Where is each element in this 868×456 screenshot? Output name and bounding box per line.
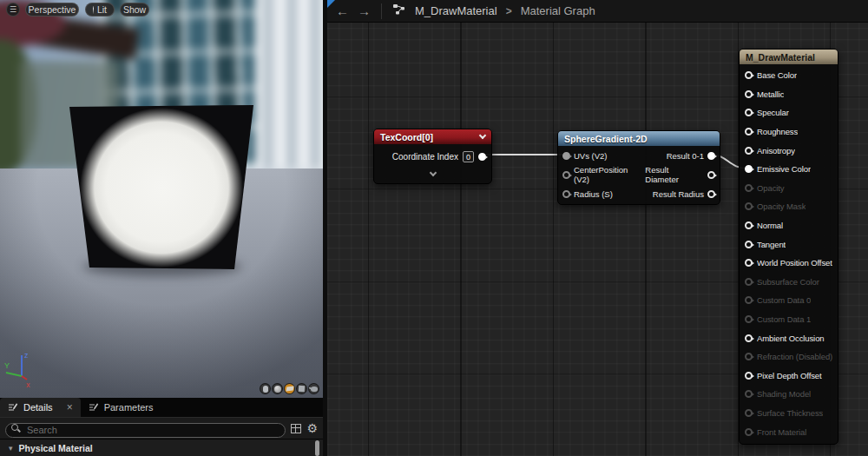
material-pin-row[interactable]: Emissive Color: [740, 160, 838, 179]
material-pin-row[interactable]: Pixel Depth Offset: [740, 367, 838, 386]
node-sphere-gradient[interactable]: SphereGradient-2D UVs (V2) Result 0-1 Ce…: [557, 130, 720, 205]
pin-icon[interactable]: [745, 278, 753, 286]
pin-icon[interactable]: [745, 259, 753, 267]
material-pin-row[interactable]: Refraction (Disabled): [740, 347, 838, 367]
pin-label: Opacity Mask: [757, 202, 806, 211]
parameters-icon: [89, 402, 99, 413]
pin-icon[interactable]: [745, 221, 753, 229]
forward-button[interactable]: →: [358, 4, 371, 17]
display-filter-icon[interactable]: [291, 424, 301, 433]
perspective-label: Perspective: [29, 4, 76, 15]
material-pin-row[interactable]: Custom Data 0: [740, 291, 838, 310]
material-pin-row[interactable]: Opacity Mask: [740, 197, 838, 216]
pin-icon[interactable]: [745, 165, 753, 173]
shape-teapot-button[interactable]: [308, 383, 319, 394]
lit-label: Lit: [97, 4, 107, 15]
pin-icon[interactable]: [745, 372, 753, 380]
material-pin-row[interactable]: Specular: [740, 103, 838, 122]
close-icon[interactable]: ×: [67, 401, 73, 413]
pin-icon[interactable]: [745, 202, 753, 210]
pin-icon[interactable]: [745, 128, 753, 135]
material-pin-row[interactable]: Anisotropy: [740, 141, 838, 160]
viewport-menu-button[interactable]: ☰: [6, 3, 20, 17]
texcoord-output-pin[interactable]: [478, 153, 486, 161]
lit-button[interactable]: Lit: [85, 3, 115, 17]
radius-input-pin[interactable]: [562, 190, 570, 198]
resultdiameter-output-pin[interactable]: [707, 171, 715, 179]
node-material-result-header[interactable]: M_DrawMaterial: [740, 50, 838, 64]
preview-shape-buttons: [260, 383, 319, 394]
material-pin-row[interactable]: Subsurface Color: [740, 273, 838, 292]
material-pin-row[interactable]: Tangent: [740, 235, 838, 254]
material-pin-row[interactable]: Roughness: [740, 122, 838, 142]
pin-icon[interactable]: [745, 184, 753, 192]
pin-icon[interactable]: [745, 409, 753, 417]
resultradius-output-pin[interactable]: [707, 190, 715, 198]
pin-icon[interactable]: [745, 353, 753, 360]
pin-icon[interactable]: [745, 147, 753, 155]
material-pin-row[interactable]: Ambient Occlusion: [740, 328, 838, 347]
material-pin-row[interactable]: Shading Model: [740, 385, 838, 404]
pin-icon[interactable]: [745, 315, 753, 323]
show-label: Show: [123, 4, 146, 15]
uvs-input-pin[interactable]: [562, 152, 570, 160]
tab-parameters[interactable]: Parameters: [81, 398, 161, 417]
node-texcoord-header[interactable]: TexCoord[0]: [374, 129, 491, 144]
pin-label: Pixel Depth Offset: [757, 371, 822, 380]
expander-icon[interactable]: ▾: [9, 444, 13, 453]
pin-icon[interactable]: [745, 296, 753, 304]
node-sphere-gradient-body: UVs (V2) Result 0-1 CenterPosition (V2) …: [558, 146, 720, 203]
search-input[interactable]: [5, 423, 286, 438]
details-search-row: ⚙: [0, 417, 323, 439]
pin-icon[interactable]: [745, 334, 753, 342]
pin-icon[interactable]: [745, 428, 753, 436]
pin-label: Tangent: [757, 240, 786, 249]
shape-cube-button[interactable]: [296, 383, 307, 394]
resultdiameter-label: Result Diameter: [645, 165, 704, 184]
gear-icon[interactable]: ⚙: [306, 422, 318, 434]
material-pin-row[interactable]: Metallic: [740, 85, 838, 104]
pin-label: Front Material: [757, 427, 806, 437]
node-material-result[interactable]: M_DrawMaterial Base Color Metallic Specu…: [739, 49, 838, 445]
show-button[interactable]: Show: [120, 3, 149, 17]
chevron-down-icon[interactable]: [479, 132, 486, 139]
chevron-down-icon: [429, 169, 436, 176]
perspective-button[interactable]: Perspective: [25, 3, 79, 17]
material-pin-row[interactable]: Base Color: [740, 66, 838, 85]
result01-output-pin[interactable]: [707, 152, 715, 160]
pin-row: UVs (V2) Result 0-1: [558, 146, 720, 165]
centerposition-label: CenterPosition (V2): [574, 165, 645, 184]
shape-plane-button[interactable]: [284, 383, 295, 394]
material-pin-row[interactable]: World Position Offset: [740, 254, 838, 273]
node-texcoord[interactable]: TexCoord[0] Coordinate Index 0: [373, 129, 492, 184]
node-sphere-gradient-header[interactable]: SphereGradient-2D: [558, 131, 720, 146]
material-preview-viewport[interactable]: ☰ Perspective Lit Show z Y: [0, 0, 323, 398]
pin-icon[interactable]: [745, 90, 753, 98]
pin-icon[interactable]: [745, 390, 753, 398]
section-header-label: Physical Material: [19, 443, 93, 453]
material-pin-row[interactable]: Custom Data 1: [740, 310, 838, 329]
pin-icon[interactable]: [745, 109, 753, 116]
node-material-result-body: Base Color Metallic Specular Roughness A…: [740, 64, 838, 441]
node-expander[interactable]: [374, 170, 491, 175]
details-scrollbar[interactable]: [315, 440, 319, 456]
shape-sphere-button[interactable]: [272, 383, 283, 394]
pin-label: Subsurface Color: [757, 277, 819, 287]
pin-icon[interactable]: [745, 241, 753, 248]
shape-cylinder-button[interactable]: [260, 383, 271, 394]
tab-details[interactable]: Details ×: [0, 398, 81, 417]
material-graph-pane[interactable]: TexCoord[0] Coordinate Index 0 SphereGra…: [323, 0, 868, 456]
material-pin-row[interactable]: Front Material: [740, 422, 838, 441]
pin-icon[interactable]: [745, 71, 753, 79]
pin-label: Specular: [757, 108, 789, 117]
breadcrumb-graph-name[interactable]: Material Graph: [521, 4, 595, 17]
physical-material-section[interactable]: ▾ Physical Material: [0, 439, 323, 456]
material-pin-row[interactable]: Opacity: [740, 179, 838, 198]
plane-icon: [286, 386, 293, 391]
breadcrumb-material-name[interactable]: M_DrawMaterial: [415, 4, 497, 17]
centerposition-input-pin[interactable]: [562, 171, 570, 179]
coordinate-index-value[interactable]: 0: [463, 151, 474, 162]
material-pin-row[interactable]: Normal: [740, 216, 838, 235]
back-button[interactable]: ←: [336, 4, 349, 17]
material-pin-row[interactable]: Surface Thickness: [740, 404, 838, 423]
